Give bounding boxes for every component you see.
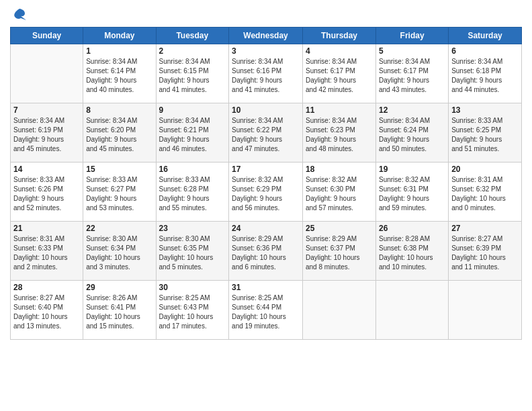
sunrise-text: Sunrise: 8:34 AM: [86, 57, 152, 66]
cell-week1-day3: 2Sunrise: 8:34 AMSunset: 6:15 PMDaylight…: [156, 44, 229, 103]
daylight-text-2: and 40 minutes.: [86, 85, 152, 95]
cell-week2-day2: 8Sunrise: 8:34 AMSunset: 6:20 PMDaylight…: [83, 103, 156, 163]
sunset-text: Sunset: 6:33 PM: [13, 244, 80, 253]
sunset-text: Sunset: 6:35 PM: [159, 244, 226, 253]
week-row-5: 28Sunrise: 8:27 AMSunset: 6:40 PMDayligh…: [11, 281, 522, 340]
daylight-text-2: and 57 minutes.: [306, 203, 373, 213]
day-number: 25: [306, 224, 373, 233]
day-number: 8: [86, 105, 152, 115]
day-number: 21: [13, 224, 80, 233]
cell-week3-day5: 18Sunrise: 8:32 AMSunset: 6:30 PMDayligh…: [302, 163, 375, 222]
cell-week4-day3: 23Sunrise: 8:30 AMSunset: 6:35 PMDayligh…: [156, 222, 229, 281]
daylight-text-2: and 45 minutes.: [86, 144, 152, 154]
sunset-text: Sunset: 6:17 PM: [306, 66, 373, 76]
sunset-text: Sunset: 6:39 PM: [451, 244, 519, 253]
sunrise-text: Sunrise: 8:25 AM: [232, 293, 300, 303]
weekday-header-row: Sunday Monday Tuesday Wednesday Thursday…: [11, 28, 522, 44]
cell-week1-day7: 6Sunrise: 8:34 AMSunset: 6:18 PMDaylight…: [449, 44, 522, 103]
day-number: 26: [379, 224, 445, 233]
daylight-text: Daylight: 10 hours: [451, 194, 519, 203]
day-info: Sunrise: 8:34 AMSunset: 6:16 PMDaylight:…: [232, 57, 300, 95]
daylight-text: Daylight: 10 hours: [86, 312, 152, 322]
cell-week2-day5: 11Sunrise: 8:34 AMSunset: 6:23 PMDayligh…: [302, 103, 375, 163]
daylight-text-2: and 50 minutes.: [379, 144, 445, 154]
sunrise-text: Sunrise: 8:31 AM: [451, 175, 519, 185]
cell-week4-day1: 21Sunrise: 8:31 AMSunset: 6:33 PMDayligh…: [11, 222, 83, 281]
sunrise-text: Sunrise: 8:33 AM: [451, 116, 519, 126]
day-info: Sunrise: 8:34 AMSunset: 6:18 PMDaylight:…: [451, 57, 519, 95]
day-number: 7: [13, 105, 80, 115]
daylight-text-2: and 2 minutes.: [13, 263, 80, 272]
cell-week4-day7: 27Sunrise: 8:27 AMSunset: 6:39 PMDayligh…: [449, 222, 522, 281]
daylight-text: Daylight: 9 hours: [159, 194, 226, 203]
header-monday: Monday: [83, 28, 156, 44]
daylight-text: Daylight: 9 hours: [451, 135, 519, 144]
day-info: Sunrise: 8:30 AMSunset: 6:35 PMDaylight:…: [159, 234, 226, 272]
daylight-text: Daylight: 10 hours: [159, 312, 226, 322]
daylight-text: Daylight: 9 hours: [379, 194, 445, 203]
logo-bird-icon: [11, 7, 28, 23]
day-number: 17: [232, 165, 300, 174]
cell-week4-day5: 25Sunrise: 8:29 AMSunset: 6:37 PMDayligh…: [302, 222, 375, 281]
day-info: Sunrise: 8:31 AMSunset: 6:32 PMDaylight:…: [451, 175, 519, 213]
daylight-text-2: and 45 minutes.: [13, 144, 80, 154]
daylight-text: Daylight: 9 hours: [86, 76, 152, 85]
cell-week2-day1: 7Sunrise: 8:34 AMSunset: 6:19 PMDaylight…: [11, 103, 83, 163]
cell-week1-day1: [11, 44, 83, 103]
sunset-text: Sunset: 6:44 PM: [232, 303, 300, 312]
sunrise-text: Sunrise: 8:30 AM: [159, 234, 226, 244]
daylight-text-2: and 51 minutes.: [451, 144, 519, 154]
cell-week3-day1: 14Sunrise: 8:33 AMSunset: 6:26 PMDayligh…: [11, 163, 83, 222]
day-info: Sunrise: 8:34 AMSunset: 6:15 PMDaylight:…: [159, 57, 226, 95]
day-number: 12: [379, 105, 445, 115]
sunset-text: Sunset: 6:40 PM: [13, 303, 80, 312]
week-row-3: 14Sunrise: 8:33 AMSunset: 6:26 PMDayligh…: [11, 163, 522, 222]
sunrise-text: Sunrise: 8:25 AM: [159, 293, 226, 303]
cell-week4-day2: 22Sunrise: 8:30 AMSunset: 6:34 PMDayligh…: [83, 222, 156, 281]
daylight-text: Daylight: 9 hours: [232, 76, 300, 85]
day-info: Sunrise: 8:34 AMSunset: 6:24 PMDaylight:…: [379, 116, 445, 154]
sunset-text: Sunset: 6:28 PM: [159, 185, 226, 194]
cell-week5-day6: [375, 281, 448, 340]
page: Sunday Monday Tuesday Wednesday Thursday…: [0, 0, 532, 411]
sunset-text: Sunset: 6:19 PM: [13, 126, 80, 135]
daylight-text: Daylight: 9 hours: [232, 135, 300, 144]
day-info: Sunrise: 8:34 AMSunset: 6:21 PMDaylight:…: [159, 116, 226, 154]
cell-week5-day4: 31Sunrise: 8:25 AMSunset: 6:44 PMDayligh…: [229, 281, 303, 340]
day-number: 5: [379, 46, 445, 56]
daylight-text-2: and 42 minutes.: [306, 85, 373, 95]
day-info: Sunrise: 8:29 AMSunset: 6:37 PMDaylight:…: [306, 234, 373, 272]
cell-week1-day6: 5Sunrise: 8:34 AMSunset: 6:17 PMDaylight…: [375, 44, 448, 103]
day-info: Sunrise: 8:31 AMSunset: 6:33 PMDaylight:…: [13, 234, 80, 272]
day-info: Sunrise: 8:26 AMSunset: 6:41 PMDaylight:…: [86, 293, 152, 331]
daylight-text: Daylight: 9 hours: [306, 135, 373, 144]
sunrise-text: Sunrise: 8:34 AM: [306, 116, 373, 126]
day-info: Sunrise: 8:32 AMSunset: 6:31 PMDaylight:…: [379, 175, 445, 213]
header-thursday: Thursday: [302, 28, 375, 44]
sunset-text: Sunset: 6:16 PM: [232, 66, 300, 76]
daylight-text-2: and 0 minutes.: [451, 203, 519, 213]
daylight-text-2: and 17 minutes.: [159, 322, 226, 331]
sunrise-text: Sunrise: 8:26 AM: [86, 293, 152, 303]
header-wednesday: Wednesday: [229, 28, 303, 44]
day-info: Sunrise: 8:33 AMSunset: 6:26 PMDaylight:…: [13, 175, 80, 213]
sunrise-text: Sunrise: 8:33 AM: [86, 175, 152, 185]
daylight-text-2: and 41 minutes.: [232, 85, 300, 95]
daylight-text-2: and 41 minutes.: [159, 85, 226, 95]
day-number: 31: [232, 283, 300, 292]
day-info: Sunrise: 8:34 AMSunset: 6:20 PMDaylight:…: [86, 116, 152, 154]
cell-week5-day5: [302, 281, 375, 340]
sunset-text: Sunset: 6:31 PM: [379, 185, 445, 194]
day-number: 13: [451, 105, 519, 115]
sunrise-text: Sunrise: 8:34 AM: [159, 57, 226, 66]
daylight-text-2: and 56 minutes.: [232, 203, 300, 213]
sunrise-text: Sunrise: 8:30 AM: [86, 234, 152, 244]
daylight-text: Daylight: 9 hours: [379, 76, 445, 85]
sunrise-text: Sunrise: 8:32 AM: [306, 175, 373, 185]
cell-week3-day3: 16Sunrise: 8:33 AMSunset: 6:28 PMDayligh…: [156, 163, 229, 222]
day-info: Sunrise: 8:27 AMSunset: 6:40 PMDaylight:…: [13, 293, 80, 331]
daylight-text: Daylight: 10 hours: [232, 253, 300, 263]
day-number: 29: [86, 283, 152, 292]
sunset-text: Sunset: 6:25 PM: [451, 126, 519, 135]
daylight-text: Daylight: 9 hours: [13, 135, 80, 144]
